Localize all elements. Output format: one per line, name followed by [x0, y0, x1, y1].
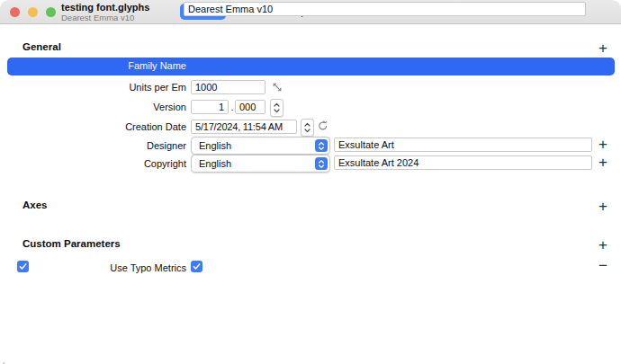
- window-title: testing font.glyphs: [61, 2, 149, 13]
- remove-custom-parameter-button[interactable]: −: [594, 257, 612, 275]
- units-per-em-input[interactable]: [191, 80, 266, 94]
- designer-label: Designer: [6, 140, 186, 151]
- minimize-button[interactable]: [28, 7, 38, 17]
- version-stepper[interactable]: [270, 99, 284, 117]
- designer-input[interactable]: [334, 138, 592, 152]
- version-label: Version: [6, 102, 186, 112]
- traffic-lights: [10, 7, 56, 17]
- units-per-em-label: Units per Em: [6, 82, 186, 93]
- version-minor-input[interactable]: [235, 100, 266, 114]
- use-typo-metrics-label: Use Typo Metrics: [6, 262, 186, 273]
- section-title-custom-parameters: Custom Parameters: [22, 238, 121, 249]
- family-name-label: Family Name: [7, 60, 186, 71]
- creation-date-stepper[interactable]: [301, 119, 314, 137]
- family-name-row[interactable]: Family Name: [7, 58, 615, 75]
- designer-language-dropdown[interactable]: English: [191, 137, 330, 155]
- dropdown-chevrons-icon: [315, 139, 328, 152]
- add-copyright-language-button[interactable]: +: [594, 154, 612, 172]
- section-title-axes: Axes: [22, 200, 48, 210]
- creation-date-label: Creation Date: [6, 121, 186, 132]
- copyright-language-value: English: [199, 155, 231, 172]
- family-name-input[interactable]: [184, 2, 586, 16]
- refresh-date-icon[interactable]: [317, 120, 329, 132]
- add-custom-parameter-button[interactable]: +: [594, 236, 612, 254]
- dropdown-chevrons-icon: [315, 157, 328, 170]
- add-general-field-button[interactable]: +: [594, 40, 612, 58]
- version-separator: .: [231, 102, 234, 112]
- creation-date-input[interactable]: [191, 120, 297, 134]
- use-typo-metrics-checkbox[interactable]: [191, 261, 202, 272]
- window-subtitle: Dearest Emma v10: [61, 13, 134, 22]
- scale-upm-icon[interactable]: [271, 81, 284, 93]
- add-designer-language-button[interactable]: +: [594, 136, 612, 154]
- section-title-general: General: [22, 41, 61, 52]
- add-axis-button[interactable]: +: [594, 198, 612, 216]
- version-major-input[interactable]: [191, 100, 229, 114]
- copyright-language-dropdown[interactable]: English: [191, 155, 330, 173]
- copyright-input[interactable]: [334, 155, 592, 170]
- font-info-window: testing font.glyphs Dearest Emma v10 Fon…: [0, 0, 621, 364]
- resize-grip-icon[interactable]: [0, 356, 5, 363]
- designer-language-value: English: [199, 138, 231, 154]
- zoom-button[interactable]: [46, 7, 56, 17]
- close-button[interactable]: [10, 7, 20, 17]
- copyright-label: Copyright: [6, 158, 186, 169]
